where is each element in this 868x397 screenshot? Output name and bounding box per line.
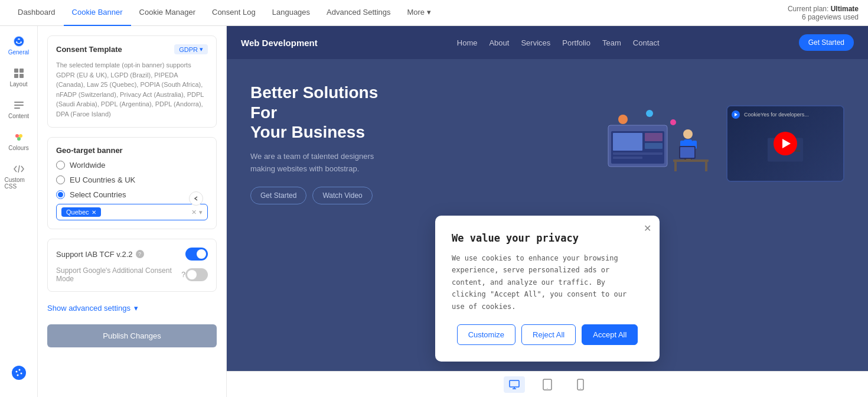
- geo-option-eu[interactable]: EU Countries & UK: [56, 175, 208, 184]
- svg-rect-21: [645, 143, 663, 149]
- sidebar-colours-label: Colours: [8, 145, 28, 151]
- iab-toggle-row: Support IAB TCF v.2.2 ?: [56, 248, 208, 261]
- device-mobile-icon[interactable]: [570, 376, 591, 393]
- svg-rect-23: [613, 157, 642, 159]
- geo-option-select[interactable]: Select Countries: [56, 190, 208, 199]
- iab-info-icon[interactable]: ?: [136, 250, 144, 258]
- hero-illustration: [596, 102, 714, 186]
- sidebar-general-label: General: [8, 49, 30, 56]
- top-nav: Dashboard Cookie Banner Cookie Manager C…: [0, 0, 868, 26]
- nav-items: Dashboard Cookie Banner Cookie Manager C…: [9, 0, 439, 26]
- video-label: CookieYes for developers...: [744, 112, 809, 118]
- svg-point-16: [17, 375, 18, 376]
- plan-prefix: Current plan:: [788, 5, 831, 13]
- tag-close-icon[interactable]: ✕: [92, 209, 96, 216]
- publish-changes-button[interactable]: Publish Changes: [47, 324, 217, 347]
- cookie-customize-button[interactable]: Customize: [457, 324, 515, 345]
- preview-nav-home[interactable]: Home: [457, 38, 478, 47]
- svg-rect-35: [686, 159, 691, 161]
- preview-nav-team[interactable]: Team: [602, 38, 621, 47]
- preview-nav-links: Home About Services Portfolio Team Conta…: [457, 38, 660, 47]
- quebec-tag: Quebec ✕: [61, 207, 101, 217]
- nav-cookie-manager[interactable]: Cookie Manager: [131, 0, 204, 26]
- sidebar-css-label: Custom CSS: [5, 177, 33, 190]
- section-header: Consent Template GDPR ▾: [56, 44, 208, 54]
- hero-text: Better Solutions For Your Business We ar…: [250, 83, 585, 204]
- preview-nav-about[interactable]: About: [489, 38, 509, 47]
- hero-buttons: Get Started Watch Video: [250, 187, 585, 204]
- geo-option-worldwide[interactable]: Worldwide: [56, 161, 208, 170]
- advanced-settings-link[interactable]: Show advanced settings ▾: [47, 301, 217, 315]
- sidebar-item-custom-css[interactable]: Custom CSS: [2, 158, 35, 194]
- svg-point-9: [19, 134, 22, 138]
- device-tablet-icon[interactable]: [537, 376, 558, 393]
- nav-more[interactable]: More ▾: [399, 0, 439, 26]
- google-consent-info-icon[interactable]: ?: [181, 271, 185, 279]
- preview-navbar: Web Development Home About Services Port…: [227, 26, 868, 59]
- nav-advanced-settings[interactable]: Advanced Settings: [318, 0, 399, 26]
- sidebar-item-content[interactable]: Content: [2, 95, 35, 124]
- consent-template-title: Consent Template: [56, 45, 122, 54]
- nav-languages[interactable]: Languages: [264, 0, 318, 26]
- chevron-down-icon: ▾: [134, 304, 138, 313]
- svg-point-15: [20, 373, 22, 375]
- geo-eu-label: EU Countries & UK: [70, 175, 135, 184]
- geo-select-label: Select Countries: [70, 190, 126, 199]
- svg-point-12: [12, 366, 26, 380]
- main-body: General Layout Content Colours Custom CS…: [0, 26, 868, 397]
- clear-icon[interactable]: ✕: [191, 209, 197, 216]
- sidebar-cookie-icon[interactable]: [11, 365, 27, 390]
- svg-point-8: [15, 134, 19, 138]
- gdpr-badge[interactable]: GDPR ▾: [174, 44, 208, 54]
- geo-radio-group: Worldwide EU Countries & UK Select Count…: [56, 161, 208, 199]
- svg-point-14: [18, 369, 20, 371]
- sidebar-item-general[interactable]: General: [2, 31, 35, 60]
- preview-nav-services[interactable]: Services: [521, 38, 550, 47]
- cookie-banner-desc: We use cookies to enhance your browsing …: [452, 252, 643, 313]
- sidebar-item-colours[interactable]: Colours: [2, 126, 35, 156]
- toggle-knob-2: [187, 270, 197, 279]
- svg-rect-34: [680, 147, 694, 158]
- preview-area: Web Development Home About Services Port…: [227, 26, 868, 397]
- hero-watch-video-btn[interactable]: Watch Video: [312, 187, 372, 204]
- svg-rect-19: [613, 133, 642, 151]
- preview-hero: Better Solutions For Your Business We ar…: [227, 59, 868, 216]
- sidebar-item-layout[interactable]: Layout: [2, 63, 35, 92]
- sidebar-content-label: Content: [8, 113, 29, 119]
- select-controls: ✕ ▾: [191, 209, 203, 216]
- geo-target-section: Geo-target banner Worldwide EU Countries…: [47, 137, 217, 229]
- chevron-down-icon[interactable]: ▾: [199, 209, 203, 216]
- svg-rect-22: [613, 152, 663, 155]
- hero-get-started-btn[interactable]: Get Started: [250, 187, 306, 204]
- hero-desc: We are a team of talented designers maki…: [250, 151, 380, 175]
- preview-nav-contact[interactable]: Contact: [633, 38, 660, 47]
- cookie-reject-button[interactable]: Reject All: [521, 324, 576, 345]
- nav-consent-log[interactable]: Consent Log: [204, 0, 264, 26]
- preview-nav-portfolio[interactable]: Portfolio: [562, 38, 590, 47]
- device-desktop-icon[interactable]: [504, 376, 525, 393]
- google-consent-row: Support Google's Additional Consent Mode…: [56, 266, 208, 283]
- video-play-button[interactable]: [774, 132, 797, 155]
- nav-dashboard[interactable]: Dashboard: [9, 0, 64, 26]
- svg-point-13: [15, 371, 17, 373]
- cookie-accept-button[interactable]: Accept All: [582, 324, 638, 345]
- iab-label: Support IAB TCF v.2.2 ?: [56, 250, 144, 259]
- preview-brand: Web Development: [241, 38, 318, 48]
- cookie-modal-close-button[interactable]: ✕: [644, 223, 651, 234]
- iab-toggle[interactable]: [185, 248, 208, 261]
- nav-cookie-banner[interactable]: Cookie Banner: [64, 0, 131, 26]
- svg-point-10: [17, 137, 21, 141]
- preview-get-started-btn[interactable]: Get Started: [799, 34, 854, 51]
- svg-rect-2: [19, 69, 24, 73]
- country-tag-input[interactable]: Quebec ✕ ✕ ▾: [56, 204, 208, 220]
- geo-target-title: Geo-target banner: [56, 146, 208, 155]
- chevron-down-icon: ▾: [427, 8, 431, 17]
- google-consent-toggle[interactable]: [185, 268, 208, 281]
- svg-rect-20: [645, 133, 663, 141]
- sidebar-layout-label: Layout: [9, 81, 27, 87]
- svg-rect-31: [674, 162, 677, 171]
- svg-line-11: [18, 165, 19, 173]
- plan-name: Ultimate: [831, 5, 859, 13]
- collapse-panel-button[interactable]: [189, 191, 203, 206]
- video-thumbnail[interactable]: CookieYes for developers...: [726, 105, 844, 182]
